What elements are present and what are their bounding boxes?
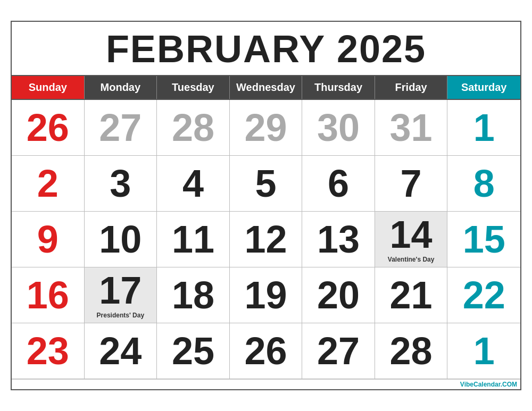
calendar-cell: 28 [157, 100, 230, 156]
day-number: 1 [473, 332, 495, 370]
calendar-cell: 12 [230, 212, 303, 267]
calendar-cell: 4 [157, 156, 230, 212]
calendar-cell: 18 [157, 267, 230, 323]
calendar-cell: 7 [375, 156, 448, 212]
day-number: 6 [328, 164, 349, 203]
calendar-cell: 2 [12, 156, 85, 212]
day-number: 25 [172, 332, 214, 370]
holiday-label: Valentine's Day [388, 256, 435, 263]
day-header-monday: Monday [85, 76, 157, 99]
calendar-cell: 17Presidents' Day [85, 267, 157, 323]
day-number: 26 [244, 332, 287, 370]
calendar-cell: 27 [85, 100, 157, 156]
calendar-cell: 26 [230, 323, 303, 379]
calendar-cell: 15 [447, 212, 520, 267]
calendar-cell: 23 [12, 323, 85, 379]
day-number: 18 [172, 276, 214, 314]
calendar-cell: 8 [447, 156, 520, 212]
calendar-cell: 30 [302, 100, 375, 156]
calendar-cell: 27 [302, 323, 375, 379]
day-header-friday: Friday [375, 76, 448, 99]
calendar-cell: 22 [447, 267, 520, 323]
day-number: 2 [37, 164, 59, 203]
day-number: 30 [317, 108, 360, 147]
day-number: 9 [37, 220, 59, 258]
day-header-sunday: Sunday [12, 76, 85, 99]
day-number: 27 [99, 108, 142, 147]
calendar-grid: 2627282930311234567891011121314Valentine… [12, 99, 520, 379]
calendar-cell: 20 [302, 267, 375, 323]
calendar-cell: 9 [12, 212, 85, 267]
day-number: 16 [27, 276, 69, 314]
calendar-cell: 5 [230, 156, 303, 212]
day-header-thursday: Thursday [302, 76, 375, 99]
calendar-cell: 10 [85, 212, 157, 267]
day-number: 20 [317, 276, 360, 314]
day-number: 10 [99, 220, 142, 258]
calendar-cell: 25 [157, 323, 230, 379]
day-number: 3 [110, 164, 131, 203]
calendar-cell: 24 [85, 323, 157, 379]
day-header-wednesday: Wednesday [230, 76, 303, 99]
day-number: 22 [463, 276, 505, 314]
day-number: 11 [172, 220, 214, 258]
day-number: 13 [317, 220, 360, 258]
day-number: 28 [172, 108, 214, 147]
day-number: 19 [244, 276, 287, 314]
day-header-saturday: Saturday [447, 76, 520, 99]
day-number: 21 [390, 276, 433, 314]
day-number: 28 [390, 332, 433, 370]
calendar-cell: 16 [12, 267, 85, 323]
calendar-cell: 19 [230, 267, 303, 323]
day-number: 26 [27, 108, 69, 147]
day-number: 15 [463, 220, 505, 258]
day-number: 14 [390, 215, 433, 254]
branding: VibeCalendar.COM [12, 379, 520, 389]
calendar: FEBRUARY 2025 SundayMondayTuesdayWednesd… [11, 21, 521, 390]
calendar-cell: 3 [85, 156, 157, 212]
day-number: 8 [473, 164, 495, 203]
day-headers: SundayMondayTuesdayWednesdayThursdayFrid… [12, 75, 520, 99]
calendar-cell: 1 [447, 323, 520, 379]
day-number: 23 [27, 332, 69, 370]
calendar-cell: 28 [375, 323, 448, 379]
calendar-cell: 29 [230, 100, 303, 156]
day-number: 29 [244, 108, 287, 147]
holiday-label: Presidents' Day [97, 312, 145, 319]
day-header-tuesday: Tuesday [157, 76, 230, 99]
calendar-cell: 1 [447, 100, 520, 156]
day-number: 1 [473, 108, 495, 147]
calendar-cell: 26 [12, 100, 85, 156]
day-number: 17 [99, 271, 142, 309]
day-number: 4 [182, 164, 204, 203]
calendar-cell: 14Valentine's Day [375, 212, 448, 267]
day-number: 7 [401, 164, 422, 203]
calendar-cell: 6 [302, 156, 375, 212]
day-number: 5 [255, 164, 276, 203]
day-number: 12 [244, 220, 287, 258]
day-number: 24 [99, 332, 142, 370]
calendar-title: FEBRUARY 2025 [12, 22, 520, 75]
calendar-cell: 31 [375, 100, 448, 156]
day-number: 31 [390, 108, 433, 147]
calendar-cell: 11 [157, 212, 230, 267]
calendar-cell: 13 [302, 212, 375, 267]
day-number: 27 [317, 332, 360, 370]
calendar-cell: 21 [375, 267, 448, 323]
